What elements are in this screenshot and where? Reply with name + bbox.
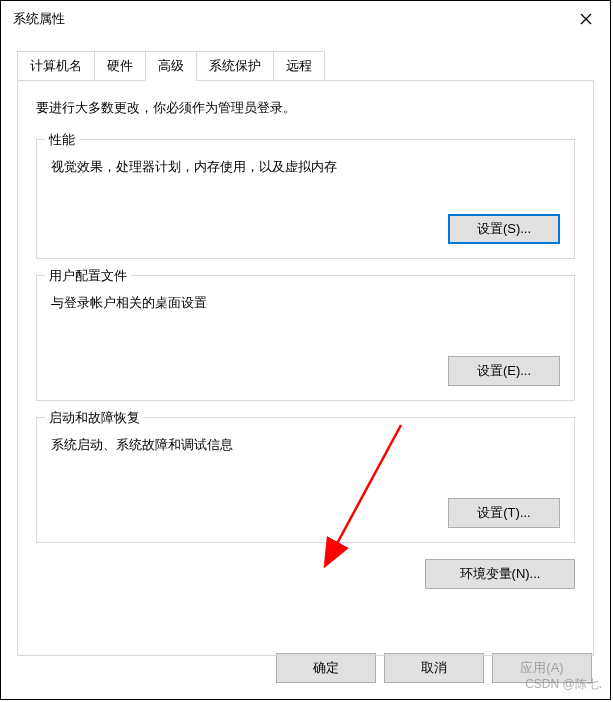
ok-button[interactable]: 确定 bbox=[276, 653, 376, 683]
tab-computer-name[interactable]: 计算机名 bbox=[17, 51, 95, 80]
group-performance-desc: 视觉效果，处理器计划，内存使用，以及虚拟内存 bbox=[51, 158, 560, 176]
group-userprofile-desc: 与登录帐户相关的桌面设置 bbox=[51, 294, 560, 312]
tab-strip: 计算机名 硬件 高级 系统保护 远程 bbox=[17, 51, 594, 80]
group-startup-desc: 系统启动、系统故障和调试信息 bbox=[51, 436, 560, 454]
cancel-button[interactable]: 取消 bbox=[384, 653, 484, 683]
group-startup-button-row: 设置(T)... bbox=[51, 498, 560, 528]
performance-settings-button[interactable]: 设置(S)... bbox=[448, 214, 560, 244]
titlebar: 系统属性 bbox=[1, 1, 610, 37]
tab-system-protection[interactable]: 系统保护 bbox=[196, 51, 274, 80]
group-startup-title: 启动和故障恢复 bbox=[45, 409, 144, 427]
close-icon bbox=[580, 13, 592, 25]
group-performance-button-row: 设置(S)... bbox=[51, 214, 560, 244]
environment-variables-button[interactable]: 环境变量(N)... bbox=[425, 559, 575, 589]
userprofile-settings-button[interactable]: 设置(E)... bbox=[448, 356, 560, 386]
admin-intro-text: 要进行大多数更改，你必须作为管理员登录。 bbox=[36, 99, 575, 117]
group-userprofile: 用户配置文件 与登录帐户相关的桌面设置 设置(E)... bbox=[36, 275, 575, 401]
tab-advanced[interactable]: 高级 bbox=[145, 51, 197, 81]
group-performance-title: 性能 bbox=[45, 131, 79, 149]
tab-area: 计算机名 硬件 高级 系统保护 远程 要进行大多数更改，你必须作为管理员登录。 … bbox=[17, 51, 594, 656]
env-button-row: 环境变量(N)... bbox=[36, 559, 575, 589]
tab-remote[interactable]: 远程 bbox=[273, 51, 325, 80]
startup-settings-button[interactable]: 设置(T)... bbox=[448, 498, 560, 528]
system-properties-dialog: 系统属性 计算机名 硬件 高级 系统保护 远程 要进行大多数更改，你必须作为管理… bbox=[0, 0, 611, 700]
tab-hardware[interactable]: 硬件 bbox=[94, 51, 146, 80]
dialog-title: 系统属性 bbox=[13, 10, 65, 28]
close-button[interactable] bbox=[562, 1, 610, 37]
group-userprofile-button-row: 设置(E)... bbox=[51, 356, 560, 386]
watermark: CSDN @陈七. bbox=[525, 676, 602, 693]
group-startup: 启动和故障恢复 系统启动、系统故障和调试信息 设置(T)... bbox=[36, 417, 575, 543]
tab-panel-advanced: 要进行大多数更改，你必须作为管理员登录。 性能 视觉效果，处理器计划，内存使用，… bbox=[17, 80, 594, 656]
group-userprofile-title: 用户配置文件 bbox=[45, 267, 131, 285]
group-performance: 性能 视觉效果，处理器计划，内存使用，以及虚拟内存 设置(S)... bbox=[36, 139, 575, 259]
